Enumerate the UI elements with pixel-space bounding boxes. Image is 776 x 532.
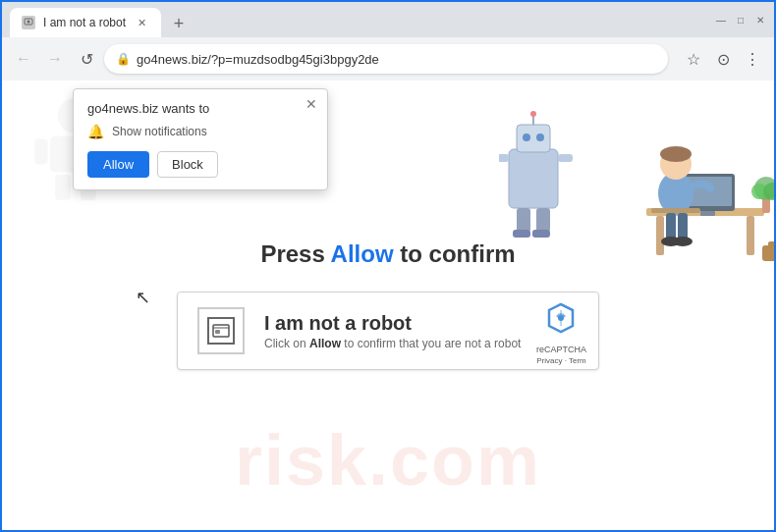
menu-button[interactable]: ⋮ — [739, 45, 766, 73]
recaptcha-label: reCAPTCHA — [536, 345, 586, 354]
window-close-button[interactable]: ✕ — [754, 14, 766, 26]
recaptcha-links: Privacy · Term — [536, 356, 586, 365]
captcha-text-area: I am not a robot Click on Allow to confi… — [264, 312, 579, 350]
tab-close-button[interactable]: ✕ — [134, 15, 149, 30]
press-allow-highlight: Allow — [331, 240, 394, 267]
address-bar[interactable]: 🔒 go4news.biz/?p=muzdsodbg45gi3bpgy2de — [104, 44, 668, 74]
forward-button[interactable]: → — [41, 45, 69, 73]
tab-title: I am not a robot — [43, 16, 126, 29]
recaptcha-area: reCAPTCHA Privacy · Term — [536, 300, 586, 365]
popup-notification-row: 🔔 Show notifications — [87, 124, 313, 139]
popup-buttons: Allow Block — [87, 151, 313, 178]
notification-popup: ✕ go4news.biz wants to 🔔 Show notificati… — [73, 88, 328, 190]
active-tab[interactable]: I am not a robot ✕ — [10, 8, 161, 37]
new-tab-button[interactable]: + — [165, 10, 193, 37]
svg-rect-42 — [215, 330, 220, 334]
popup-notification-text: Show notifications — [112, 125, 207, 138]
recaptcha-logo — [543, 300, 579, 343]
toolbar-right: ☆ ⊙ ⋮ — [680, 45, 766, 73]
url-text: go4news.biz/?p=muzdsodbg45gi3bpgy2de — [137, 52, 379, 67]
cursor: ↖ — [136, 287, 150, 308]
svg-point-1 — [28, 21, 30, 24]
captcha-title: I am not a robot — [264, 312, 579, 335]
profile-button[interactable]: ⊙ — [709, 45, 737, 73]
captcha-card: I am not a robot Click on Allow to confi… — [177, 292, 599, 370]
lock-icon: 🔒 — [116, 52, 131, 66]
bookmark-button[interactable]: ☆ — [680, 45, 707, 73]
press-allow-prefix: Press — [260, 240, 330, 267]
captcha-allow-text: Allow — [309, 337, 341, 350]
captcha-subtitle: Click on Allow to confirm that you are n… — [264, 337, 579, 350]
popup-title: go4news.biz wants to — [87, 101, 313, 116]
title-bar: I am not a robot ✕ + — □ ✕ — [2, 2, 774, 37]
captcha-subtitle-prefix: Click on — [264, 337, 309, 350]
svg-point-43 — [558, 315, 564, 321]
allow-button[interactable]: Allow — [87, 151, 149, 178]
browser-window: I am not a robot ✕ + — □ ✕ ← → ↺ 🔒 go4ne… — [0, 0, 776, 532]
maximize-button[interactable]: □ — [735, 14, 747, 26]
minimize-button[interactable]: — — [715, 14, 727, 26]
page-content: risk.com Press Allow to confirm — [2, 80, 774, 530]
captcha-subtitle-suffix: to confirm that you are not a robot — [341, 337, 521, 350]
press-allow-suffix: to confirm — [394, 240, 516, 267]
popup-close-button[interactable]: ✕ — [305, 97, 317, 111]
reload-button[interactable]: ↺ — [73, 45, 100, 73]
bell-icon: 🔔 — [87, 124, 104, 139]
tab-strip: I am not a robot ✕ + — [10, 2, 715, 37]
block-button[interactable]: Block — [157, 151, 218, 178]
captcha-icon-inner — [207, 317, 235, 345]
address-bar-row: ← → ↺ 🔒 go4news.biz/?p=muzdsodbg45gi3bpg… — [2, 37, 774, 80]
tab-favicon — [22, 16, 35, 29]
back-button[interactable]: ← — [10, 45, 37, 73]
captcha-icon — [197, 307, 245, 354]
press-allow-heading: Press Allow to confirm — [260, 240, 515, 268]
window-controls: — □ ✕ — [715, 14, 766, 26]
